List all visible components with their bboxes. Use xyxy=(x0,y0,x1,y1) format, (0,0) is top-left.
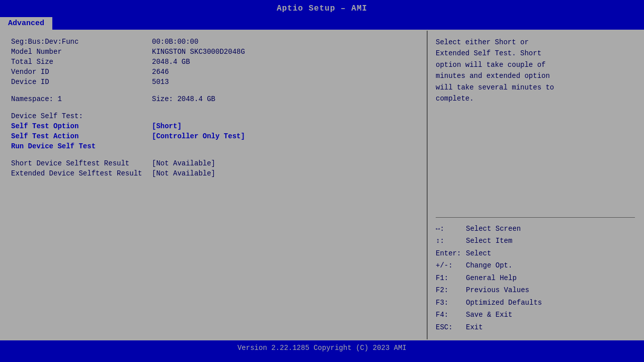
key-desc: Optimized Defaults xyxy=(466,299,542,307)
short-result-label: Short Device Selftest Result xyxy=(11,159,152,167)
key-desc: Exit xyxy=(466,323,483,331)
run-device-self-test-row[interactable]: Run Device Self Test xyxy=(11,141,417,151)
key-label: F2: xyxy=(436,284,466,297)
key-help-row: F1:General Help xyxy=(436,272,635,285)
self-test-action-value: [Controller Only Test] xyxy=(152,132,245,140)
seg-bus-label: Seg:Bus:Dev:Func xyxy=(11,38,152,46)
help-text: Select either Short orExtended Self Test… xyxy=(436,37,635,212)
namespace-row: Namespace: 1 Size: 2048.4 GB xyxy=(11,94,417,104)
app-title: Aptio Setup – AMI xyxy=(277,4,367,13)
device-id-row: Device ID 5013 xyxy=(11,77,417,87)
self-test-option-value: [Short] xyxy=(152,122,182,130)
short-result-row: Short Device Selftest Result [Not Availa… xyxy=(11,158,417,168)
key-desc: Select xyxy=(466,249,491,257)
device-self-test-header: Device Self Test: xyxy=(11,111,417,121)
key-label: ↕: xyxy=(436,235,466,247)
extended-result-value: [Not Available] xyxy=(152,169,215,177)
key-help-row: ESC:Exit xyxy=(436,321,635,334)
key-label: F3: xyxy=(436,297,466,309)
key-label: ↔: xyxy=(436,223,466,235)
seg-bus-row: Seg:Bus:Dev:Func 00:0B:00:00 xyxy=(11,37,417,47)
right-panel: Select either Short orExtended Self Test… xyxy=(428,31,643,339)
key-desc: Select Screen xyxy=(466,225,521,233)
key-help-row: F3:Optimized Defaults xyxy=(436,297,635,309)
run-device-self-test-label: Run Device Self Test xyxy=(11,142,96,150)
total-size-label: Total Size xyxy=(11,58,152,66)
model-label: Model Number xyxy=(11,48,152,56)
key-desc: Previous Values xyxy=(466,286,529,294)
key-desc: Change Opt. xyxy=(466,261,512,269)
key-label: F1: xyxy=(436,272,466,285)
key-desc: Select Item xyxy=(466,237,512,245)
vendor-id-row: Vendor ID 2646 xyxy=(11,67,417,77)
footer: Version 2.22.1285 Copyright (C) 2023 AMI xyxy=(0,340,644,355)
footer-text: Version 2.22.1285 Copyright (C) 2023 AMI xyxy=(237,344,407,352)
key-desc: Save & Exit xyxy=(466,311,512,319)
model-row: Model Number KINGSTON SKC3000D2048G xyxy=(11,47,417,57)
total-size-row: Total Size 2048.4 GB xyxy=(11,57,417,67)
extended-result-label: Extended Device Selftest Result xyxy=(11,169,152,177)
model-value: KINGSTON SKC3000D2048G xyxy=(152,48,245,56)
key-help-row: ↔:Select Screen xyxy=(436,223,635,235)
title-bar: Aptio Setup – AMI xyxy=(0,0,644,15)
key-help-row: Enter:Select xyxy=(436,247,635,260)
left-panel: Seg:Bus:Dev:Func 00:0B:00:00 Model Numbe… xyxy=(1,31,428,339)
self-test-action-label: Self Test Action xyxy=(11,132,152,140)
menu-bar: Advanced xyxy=(0,15,644,30)
key-label: +/-: xyxy=(436,259,466,272)
main-content: Seg:Bus:Dev:Func 00:0B:00:00 Model Numbe… xyxy=(0,30,644,340)
key-help: ↔:Select Screen↕:Select ItemEnter:Select… xyxy=(436,223,635,334)
key-help-row: ↕:Select Item xyxy=(436,235,635,247)
vendor-id-value: 2646 xyxy=(152,68,169,76)
key-help-row: F4:Save & Exit xyxy=(436,309,635,321)
device-id-value: 5013 xyxy=(152,78,169,86)
self-test-option-label: Self Test Option xyxy=(11,122,152,130)
vendor-id-label: Vendor ID xyxy=(11,68,152,76)
namespace-label: Namespace: 1 xyxy=(11,95,152,103)
seg-bus-value: 00:0B:00:00 xyxy=(152,38,198,46)
divider xyxy=(436,217,635,218)
menu-item-advanced[interactable]: Advanced xyxy=(0,17,52,30)
key-label: ESC: xyxy=(436,321,466,334)
key-help-row: +/-:Change Opt. xyxy=(436,259,635,272)
key-desc: General Help xyxy=(466,274,517,282)
device-id-label: Device ID xyxy=(11,78,152,86)
extended-result-row: Extended Device Selftest Result [Not Ava… xyxy=(11,168,417,178)
key-label: Enter: xyxy=(436,247,466,260)
key-help-row: F2:Previous Values xyxy=(436,284,635,297)
self-test-action-row[interactable]: Self Test Action [Controller Only Test] xyxy=(11,131,417,141)
total-size-value: 2048.4 GB xyxy=(152,58,190,66)
self-test-option-row[interactable]: Self Test Option [Short] xyxy=(11,121,417,131)
short-result-value: [Not Available] xyxy=(152,159,215,167)
key-label: F4: xyxy=(436,309,466,321)
namespace-value: Size: 2048.4 GB xyxy=(152,95,215,103)
